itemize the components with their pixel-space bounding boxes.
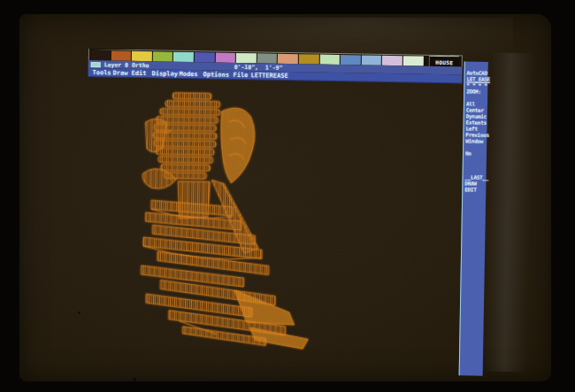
- menu-item-modes[interactable]: Modes: [179, 71, 197, 78]
- screen-menu-item-edit[interactable]: EDIT: [464, 186, 486, 192]
- palette-swatch: [299, 54, 319, 64]
- palette-swatch: [90, 50, 111, 60]
- layer-status-text: Layer 0 Ortho: [104, 61, 150, 69]
- dust-speck: [78, 311, 80, 314]
- menu-item-edit[interactable]: Edit: [131, 70, 146, 77]
- menu-item-draw[interactable]: Draw: [112, 69, 127, 76]
- menu-item-options[interactable]: Options: [203, 71, 229, 79]
- screen-menu-item-window[interactable]: Window: [465, 137, 487, 143]
- palette-swatch: [278, 53, 298, 63]
- palette-swatch: [341, 54, 361, 64]
- palette-swatch: [403, 56, 424, 65]
- menu-item-display[interactable]: Display: [151, 70, 178, 78]
- palette-swatch: [257, 53, 278, 63]
- palette-swatch: [111, 50, 131, 60]
- menu-item-file[interactable]: File: [233, 72, 248, 79]
- screen-menu-item-no[interactable]: No: [465, 150, 487, 156]
- menu-item-tools[interactable]: Tools: [92, 69, 111, 76]
- palette-swatch: [132, 50, 152, 60]
- autocad-screen: HOUSE Layer 0 Ortho 0'-10", 1'-9" Tools …: [83, 49, 488, 376]
- menu-item-letterease[interactable]: LETTEREASE: [250, 72, 288, 80]
- palette-swatch: [195, 52, 215, 62]
- drawing-area[interactable]: [83, 77, 463, 375]
- palette-swatch: [173, 51, 194, 61]
- palette-swatch: [319, 54, 340, 64]
- dust-speck: [133, 378, 136, 381]
- wireframe-sphinx-model: [134, 88, 326, 359]
- screen-menu-section-zoom: ZOOM:: [466, 88, 487, 94]
- palette-swatch: [153, 51, 173, 61]
- palette-swatch: [382, 55, 402, 65]
- layer-color-chip: [91, 62, 101, 67]
- coordinates-display: 0'-10", 1'-9": [234, 63, 283, 71]
- palette-swatch: [236, 52, 257, 62]
- palette-swatch: [215, 52, 235, 62]
- palette-swatch: [361, 55, 381, 65]
